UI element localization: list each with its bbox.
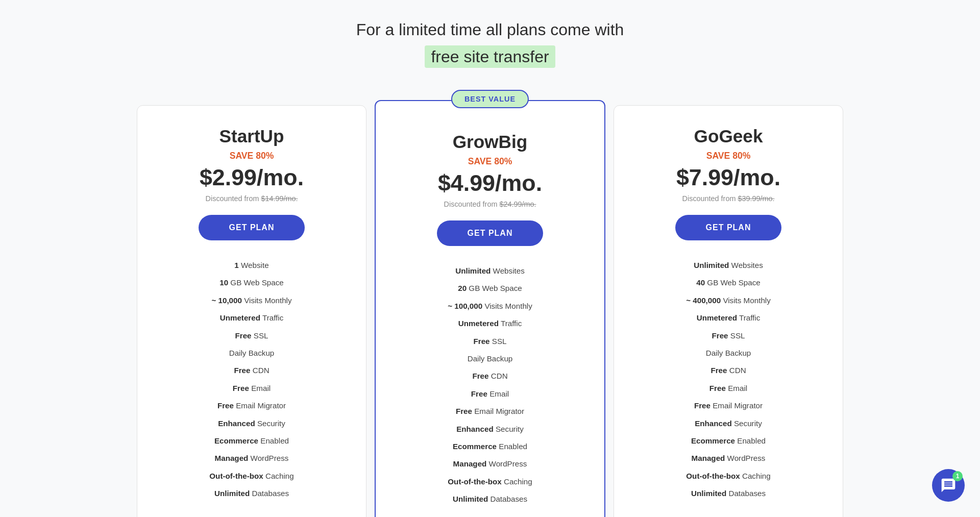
feature-normal: Security	[494, 425, 524, 433]
feature-item: Free Email	[391, 385, 589, 403]
feature-item: 20 GB Web Space	[391, 280, 589, 297]
best-value-badge: BEST VALUE	[451, 90, 529, 108]
promo-line2: free site transfer	[425, 47, 555, 66]
feature-bold: Ecommerce	[453, 442, 497, 451]
feature-item: Ecommerce Enabled	[629, 432, 827, 450]
feature-bold: Unmetered	[697, 313, 737, 322]
feature-normal: GB Web Space	[705, 278, 761, 287]
feature-bold: Free	[694, 401, 710, 410]
feature-bold: Managed	[453, 459, 487, 468]
feature-item: Out-of-the-box Caching	[629, 467, 827, 485]
feature-bold: ~ 100,000	[448, 302, 482, 310]
feature-bold: 20	[458, 284, 467, 292]
feature-normal: Visits Monthly	[721, 296, 771, 305]
get-plan-button-growbig[interactable]: GET PLAN	[437, 220, 544, 246]
feature-normal: Traffic	[260, 313, 283, 322]
feature-normal: Caching	[263, 472, 294, 480]
feature-bold: Enhanced	[218, 419, 255, 428]
get-plan-button-gogeek[interactable]: GET PLAN	[675, 215, 782, 240]
plan-card-startup: StartUp SAVE 80% $2.99/mo. Discounted fr…	[137, 105, 366, 517]
plan-card-gogeek: GoGeek SAVE 80% $7.99/mo. Discounted fro…	[614, 105, 843, 517]
feature-bold: Unlimited	[691, 489, 726, 498]
feature-bold: ~ 400,000	[686, 296, 721, 305]
plan-price-growbig: $4.99/mo.	[391, 170, 589, 196]
feature-item: Managed WordPress	[629, 450, 827, 467]
feature-normal: Websites	[729, 261, 763, 269]
feature-item: Ecommerce Enabled	[153, 432, 351, 450]
feature-normal: Daily Backup	[229, 349, 275, 357]
feature-item: Unmetered Traffic	[629, 309, 827, 327]
feature-normal: Security	[732, 419, 762, 428]
feature-normal: Enabled	[497, 442, 527, 451]
feature-bold: Free	[235, 331, 251, 340]
feature-normal: SSL	[490, 337, 507, 346]
feature-bold: Managed	[215, 454, 249, 462]
features-list-growbig: Unlimited Websites20 GB Web Space~ 100,0…	[391, 262, 589, 508]
feature-item: Unlimited Databases	[629, 485, 827, 502]
feature-item: Free Email Migrator	[391, 403, 589, 420]
save-badge-gogeek: SAVE 80%	[629, 151, 827, 161]
feature-normal: Enabled	[735, 436, 766, 445]
feature-item: Enhanced Security	[391, 421, 589, 438]
plan-name-growbig: GrowBig	[391, 132, 589, 152]
plans-container: StartUp SAVE 80% $2.99/mo. Discounted fr…	[133, 105, 847, 517]
chat-widget[interactable]: 1	[932, 469, 965, 502]
get-plan-button-startup[interactable]: GET PLAN	[199, 215, 305, 240]
feature-normal: Traffic	[499, 319, 522, 328]
feature-bold: Enhanced	[695, 419, 732, 428]
original-price-gogeek: Discounted from $39.99/mo.	[629, 194, 827, 203]
feature-normal: Visits Monthly	[242, 296, 292, 305]
plan-name-startup: StartUp	[153, 126, 351, 146]
feature-item: Unmetered Traffic	[153, 309, 351, 327]
feature-bold: 10	[219, 278, 228, 287]
feature-item: Enhanced Security	[153, 415, 351, 432]
feature-normal: CDN	[488, 372, 507, 380]
promo-line1: For a limited time all plans come with	[356, 20, 624, 39]
feature-normal: Caching	[740, 472, 771, 480]
save-badge-growbig: SAVE 80%	[391, 156, 589, 167]
feature-item: Ecommerce Enabled	[391, 438, 589, 455]
feature-normal: Daily Backup	[706, 349, 751, 357]
feature-normal: Databases	[488, 495, 527, 503]
features-list-gogeek: Unlimited Websites40 GB Web Space~ 400,0…	[629, 257, 827, 503]
feature-bold: Free	[473, 337, 489, 346]
feature-item: Managed WordPress	[391, 455, 589, 473]
feature-normal: Caching	[502, 477, 532, 486]
feature-item: Free CDN	[391, 367, 589, 385]
feature-bold: Unlimited	[453, 495, 488, 503]
feature-item: ~ 10,000 Visits Monthly	[153, 292, 351, 309]
feature-bold: Managed	[692, 454, 725, 462]
feature-bold: Free	[456, 407, 472, 415]
feature-normal: Email Migrator	[234, 401, 286, 410]
feature-item: Free SSL	[153, 327, 351, 344]
feature-bold: Free	[710, 366, 727, 375]
feature-bold: Unlimited	[694, 261, 729, 269]
feature-item: Out-of-the-box Caching	[153, 467, 351, 485]
feature-bold: Ecommerce	[691, 436, 735, 445]
plan-price-startup: $2.99/mo.	[153, 164, 351, 190]
feature-normal: Databases	[250, 489, 289, 498]
feature-normal: CDN	[250, 366, 269, 375]
feature-bold: Out-of-the-box	[209, 472, 263, 480]
feature-bold: Ecommerce	[214, 436, 258, 445]
feature-item: 1 Website	[153, 257, 351, 274]
chat-badge: 1	[952, 471, 963, 481]
feature-normal: Email	[487, 389, 509, 398]
feature-item: Free CDN	[153, 362, 351, 379]
feature-bold: 1	[234, 261, 238, 269]
feature-item: ~ 400,000 Visits Monthly	[629, 292, 827, 309]
feature-normal: Website	[239, 261, 269, 269]
feature-item: Free SSL	[629, 327, 827, 344]
feature-normal: GB Web Space	[467, 284, 522, 292]
feature-normal: Enabled	[258, 436, 289, 445]
promo-highlight: free site transfer	[425, 45, 555, 68]
feature-item: Out-of-the-box Caching	[391, 473, 589, 490]
feature-bold: Free	[234, 366, 250, 375]
feature-normal: Email	[249, 384, 271, 392]
feature-normal: SSL	[252, 331, 268, 340]
feature-item: Unlimited Websites	[629, 257, 827, 274]
feature-item: Enhanced Security	[629, 415, 827, 432]
feature-item: Unlimited Websites	[391, 262, 589, 280]
feature-item: Daily Backup	[391, 350, 589, 367]
feature-item: ~ 100,000 Visits Monthly	[391, 298, 589, 315]
